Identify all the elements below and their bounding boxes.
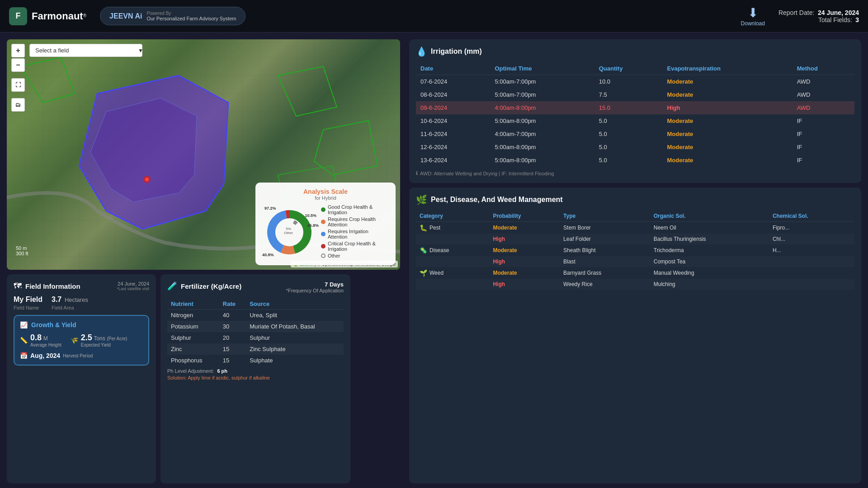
irr-evap: High <box>663 101 793 114</box>
logo-reg: ® <box>83 13 86 18</box>
scale-feet: 300 ft <box>16 251 28 256</box>
field-info-card: 🗺 Field Information 24 June, 2024 *Last … <box>7 274 156 483</box>
legend-label-1: Requires Crop Health Attention <box>328 216 389 227</box>
report-info: Report Date: 24 June, 2024 Total Fields:… <box>778 9 859 23</box>
fertilizer-header: 🧪 Fertilizer (Kg/Acre) 7 Days *Frequency… <box>167 281 344 293</box>
fert-nutrient: Potassium <box>167 321 219 332</box>
irr-evap: Moderate <box>663 141 793 154</box>
pest-type: Barnyard Grass <box>560 267 650 279</box>
irr-optimal: 5:00am-8:00pm <box>490 141 594 154</box>
pct-105: 10.5% <box>305 213 316 218</box>
irr-date: 08-6-2024 <box>416 88 490 101</box>
irr-evap: Moderate <box>663 114 793 127</box>
pest-probability: High <box>489 279 560 290</box>
irr-method: IF <box>793 127 854 141</box>
ph-label: Ph Level Adjustment: <box>167 368 214 374</box>
fert-source: Urea, Split <box>246 310 344 321</box>
irr-date: 09-6-2024 <box>416 101 490 114</box>
fert-source: Sulphate <box>246 355 344 366</box>
map-container: + − ⛶ 🗂 Select a field ▼ 50 m 300 ft 🍃 L… <box>7 39 400 270</box>
svg-point-4 <box>145 178 149 181</box>
yield-unit: Tons <box>94 335 105 342</box>
pest-category <box>416 279 489 290</box>
zoom-in-button[interactable]: + <box>11 44 25 57</box>
jeevn-info: Powered By Our Personalized Farm Advisor… <box>146 11 236 21</box>
irr-method: AWD <box>793 101 854 114</box>
fert-rate: 20 <box>219 332 246 343</box>
pest-organic: Mulching <box>650 279 769 290</box>
pest-category <box>416 256 489 267</box>
fertilizer-title: Fertilizer (Kg/Acre) <box>181 282 241 290</box>
pest-section: 🌿 Pest, Disease, And Weed Management Cat… <box>409 188 861 483</box>
irr-row: 08-6-2024 5:00am-7:00pm 7.5 Moderate AWD <box>416 88 854 101</box>
cat-label: Disease <box>429 247 449 253</box>
fertilizer-card: 🧪 Fertilizer (Kg/Acre) 7 Days *Frequency… <box>160 274 350 483</box>
report-date-row: Report Date: 24 June, 2024 <box>778 9 859 16</box>
pest-row: 🐛Pest Moderate Stem Borer Neem Oil Fipro… <box>416 222 854 234</box>
cat-icon: 🌱 <box>420 269 427 277</box>
pest-organic: Bacillus Thuringiensis <box>650 234 769 244</box>
legend-item-1: Requires Crop Health Attention <box>321 216 389 227</box>
yield-icon: 🌾 <box>71 337 78 344</box>
irr-quantity: 10.0 <box>594 75 663 89</box>
irr-row: 10-6-2024 5:00am-8:00pm 5.0 Moderate IF <box>416 114 854 127</box>
header: F Farmonaut® JEEVN Ai Powered By Our Per… <box>0 0 868 33</box>
field-select[interactable]: Select a field <box>29 44 142 57</box>
irr-quantity: 7.5 <box>594 88 663 101</box>
irr-method: IF <box>793 114 854 127</box>
fullscreen-button[interactable]: ⛶ <box>11 78 25 92</box>
pest-title: 🌿 Pest, Disease, And Weed Management <box>416 194 854 205</box>
irr-row: 11-6-2024 4:00am-7:00pm 5.0 Moderate IF <box>416 127 854 141</box>
height-value: 0.8 <box>30 333 42 342</box>
yield-metric: 🌾 2.5 Tons (Per Acre) Expected Yield <box>71 333 127 347</box>
height-metric: 📏 0.8 M Average Height <box>20 333 61 347</box>
analysis-scale-card: Analysis Scale for Hybrid <box>255 183 396 265</box>
col-probability: Probability <box>489 211 560 222</box>
report-date-value: 24 June, 2024 <box>818 9 859 16</box>
pest-probability: Moderate <box>489 222 560 234</box>
analysis-legend: Good Crop Health & Irrigation Requires C… <box>321 204 389 260</box>
irr-evap: Moderate <box>663 88 793 101</box>
map-scale: 50 m 300 ft <box>16 245 28 256</box>
layers-button[interactable]: 🗂 <box>11 98 25 112</box>
zoom-out-button[interactable]: − <box>11 58 25 72</box>
solution-note: Solution: Apply lime if acidic, sulphur … <box>167 375 344 380</box>
fert-row: Nitrogen40Urea, Split <box>167 310 344 321</box>
freq-days: 7 Days <box>286 281 344 288</box>
pest-probability: High <box>489 256 560 267</box>
legend-dot-other <box>321 253 326 258</box>
pest-organic: Trichoderma <box>650 244 769 256</box>
irr-method: AWD <box>793 88 854 101</box>
field-info-icon: 🗺 <box>14 282 22 291</box>
legend-dot-crop <box>321 220 326 224</box>
col-evap: Evapotranspiration <box>663 62 793 75</box>
field-area-label: Field Area <box>52 305 88 310</box>
harvest-date: Aug, 2024 <box>30 352 60 359</box>
height-icon: 📏 <box>20 337 28 344</box>
legend-dot-irr <box>321 232 326 236</box>
pct-972: 97.2% <box>264 206 276 211</box>
fert-row: Sulphur20Sulphur <box>167 332 344 343</box>
height-unit: M <box>43 335 48 342</box>
pest-row: High Leaf Folder Bacillus Thuringiensis … <box>416 234 854 244</box>
chevron-down-icon: ▼ <box>138 47 143 54</box>
pest-chemical: Fipro... <box>769 222 854 234</box>
irr-method: IF <box>793 154 854 167</box>
scale-meters: 50 m <box>16 245 28 251</box>
fert-row: Zinc15Zinc Sulphate <box>167 343 344 355</box>
download-button[interactable]: ⬇ Download <box>741 5 765 27</box>
logo-brand: Farmonaut <box>32 10 83 22</box>
total-fields-row: Total Fields: 3 <box>778 16 859 23</box>
fertilizer-title-row: 🧪 Fertilizer (Kg/Acre) <box>167 281 241 291</box>
irr-header-row: Date Optimal Time Quantity Evapotranspir… <box>416 62 854 75</box>
irr-date: 07-6-2024 <box>416 75 490 89</box>
fert-rate: 30 <box>219 321 246 332</box>
pest-type: Sheath Blight <box>560 244 650 256</box>
pest-type: Blast <box>560 256 650 267</box>
irr-optimal: 4:00am-8:00pm <box>490 101 594 114</box>
irr-row: 09-6-2024 4:00am-8:00pm 15.0 High AWD <box>416 101 854 114</box>
fert-source: Muriate Of Potash, Basal <box>246 321 344 332</box>
pest-probability: Moderate <box>489 244 560 256</box>
pest-category: 🦠Disease <box>416 244 489 256</box>
height-label: Average Height <box>30 343 61 347</box>
